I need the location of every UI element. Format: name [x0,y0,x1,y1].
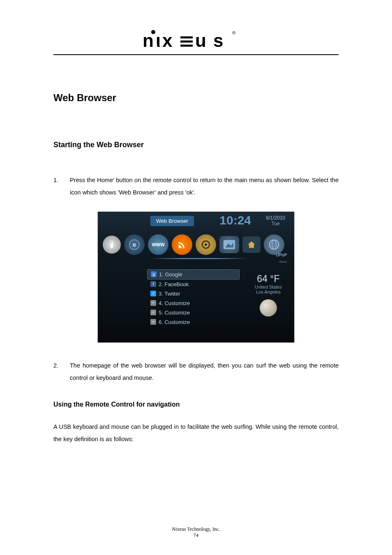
svg-point-11 [111,242,112,243]
screenshot: Web Browser 10:24 6/1/2010 Tue B WWW [97,211,295,343]
section-heading: Web Browser [53,92,339,104]
body-paragraph: A USB keyboard and mouse can be plugged … [53,421,339,446]
svg-text:u: u [195,30,206,49]
www-label: WWW [152,242,164,247]
svg-text:s: s [213,30,223,49]
ss-country: United States [255,284,282,289]
logo: n ι x u s ® [53,25,339,54]
page-footer: Nixeus Technology, Inc. 74 [0,526,392,539]
svg-point-19 [270,240,279,250]
google-icon: g [151,271,157,277]
screenshot-frame: Web Browser 10:24 6/1/2010 Tue B WWW [97,211,295,343]
ss-list-label: 6. Customize [159,319,190,325]
subsub-heading: Using the Remote Control for navigation [53,401,339,408]
ss-list-label: 5. Customize [159,310,190,316]
ss-list-label: 4. Customize [159,300,190,306]
moon-icon [260,299,277,317]
svg-text:B: B [133,242,136,247]
ss-list-item-twitter: t 3. Twitter [147,289,240,298]
ss-day: Tue [266,221,285,227]
ss-highlight [149,258,249,259]
twitter-icon: t [150,291,156,296]
step-number: 2. [53,359,70,384]
nixeus-logo-icon: n ι x u s ® [143,29,249,49]
ss-city: Los Angeles [255,289,282,294]
bt-icon: B [124,234,145,255]
home-icon [242,236,261,253]
svg-text:n: n [143,30,153,49]
ss-list-label: 2. FaceBook [159,281,189,287]
plus-icon: + [150,300,156,306]
upnp-icon [264,234,284,255]
plus-icon: + [150,310,156,315]
svg-text:®: ® [232,30,235,35]
ss-list-item-custom5: + 5. Customize [147,308,240,317]
ss-list-item-custom6: + 6. Customize [147,317,240,327]
ss-list-label: 1. Google [159,271,182,278]
svg-rect-10 [111,241,113,248]
ss-weather: 64 °F United States Los Angeles [255,273,282,317]
ss-temperature: 64 °F [255,273,282,284]
subsection-heading: Starting the Web Browser [53,141,339,149]
rss-icon [172,234,192,255]
svg-text:ι: ι [156,30,161,49]
svg-point-20 [272,240,276,250]
www-icon: WWW [148,234,168,255]
step-number: 1. [53,174,70,199]
svg-point-14 [178,246,180,248]
ss-title: Web Browser [150,216,194,226]
ss-sub-label: nixus [279,260,287,264]
plus-icon: + [150,319,156,325]
svg-point-16 [205,243,207,246]
step-2: 2. The homepage of the web browser will … [53,359,339,384]
step-text: The homepage of the web browser will be … [70,359,339,384]
ss-date: 6/1/2010 Tue [266,215,285,227]
ss-list-item-facebook: f 2. FaceBook [147,280,240,289]
footer-company: Nixeus Technology, Inc. [0,526,392,532]
ss-icon-row: B WWW [103,234,289,255]
ss-list-label: 3. Twitter [159,291,180,297]
footer-page-number: 74 [0,532,392,539]
facebook-icon: f [150,281,156,287]
ss-clock: 10:24 [219,213,251,227]
ss-date-value: 6/1/2010 [266,215,285,221]
ss-list-item-google: g 1. Google [147,269,240,280]
svg-text:x: x [162,30,173,49]
step-text: Press the Home' button on the remote con… [70,174,339,199]
ss-list-item-custom4: + 4. Customize [147,298,240,308]
ss-bookmark-list: g 1. Google f 2. FaceBook t 3. Twitter +… [147,269,240,327]
header-rule [53,54,339,55]
ss-upnp-label: UPnP [276,253,287,257]
gear-icon [196,234,216,255]
remote-icon [103,236,121,254]
photo-icon [219,236,239,253]
step-1: 1. Press the Home' button on the remote … [53,174,339,199]
